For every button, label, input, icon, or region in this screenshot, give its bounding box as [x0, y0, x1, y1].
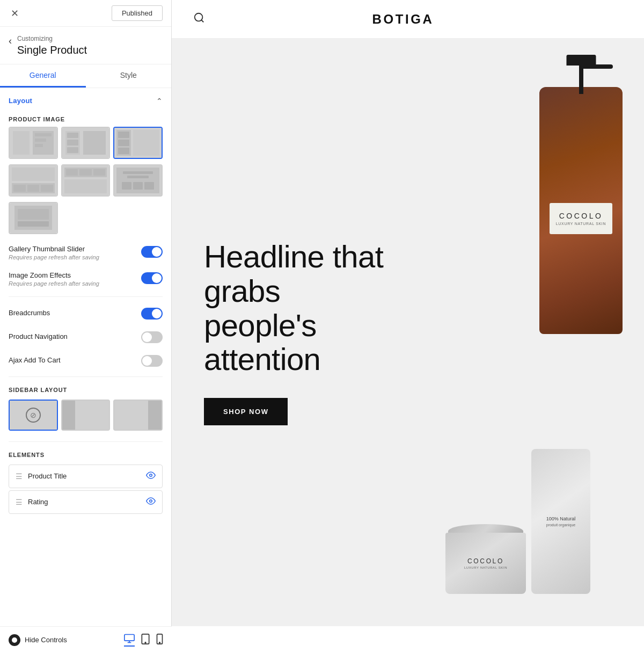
gallery-thumbnail-label: Gallery Thumbnail Slider [9, 245, 137, 253]
site-logo: BOTIGA [372, 12, 434, 27]
jar-wide: COCOLO LUXURY NATURAL SKIN [445, 524, 526, 594]
back-button[interactable]: ‹ [9, 34, 12, 47]
divider-1 [9, 296, 163, 297]
hero-section: Headline that grabs people's attention S… [172, 39, 644, 626]
close-button[interactable]: ✕ [9, 5, 21, 21]
element-item-rating: ☰ Rating [9, 490, 163, 514]
sidebar-option-left[interactable] [61, 400, 111, 431]
visibility-toggle-product-title[interactable] [146, 470, 156, 482]
tab-general[interactable]: General [0, 64, 86, 88]
ajax-cart-label: Ajax Add To Cart [9, 356, 61, 364]
element-name-product-title: Product Title [28, 472, 146, 480]
svg-rect-2 [125, 634, 134, 641]
drag-handle-product-title[interactable]: ☰ [16, 472, 23, 481]
hero-headline: Headline that grabs people's attention [204, 240, 399, 376]
hide-controls-label: Hide Controls [25, 636, 67, 644]
sidebar-option-right[interactable] [113, 400, 163, 431]
jar-sub-label: LUXURY NATURAL SKIN [464, 566, 507, 569]
image-zoom-sublabel: Requires page refresh after saving [9, 280, 137, 287]
image-zoom-label: Image Zoom Effects [9, 271, 137, 279]
visibility-toggle-rating[interactable] [146, 496, 156, 508]
sidebar-layout-label: SIDEBAR LAYOUT [0, 381, 171, 397]
shop-now-button[interactable]: SHOP NOW [204, 398, 288, 425]
image-layout-grid [0, 127, 171, 164]
product-image-label: PRODUCT IMAGE [0, 111, 171, 127]
jar-tall: 100% Natural produit organique [531, 449, 590, 594]
header-bar: ✕ Published [0, 0, 171, 27]
customizing-info: Customizing Single Product [17, 34, 87, 56]
svg-point-1 [150, 500, 152, 503]
gallery-thumbnail-sublabel: Requires page refresh after saving [9, 254, 137, 260]
layout-option-7[interactable] [9, 202, 58, 234]
element-name-rating: Rating [28, 498, 146, 506]
drag-handle-rating[interactable]: ☰ [16, 498, 23, 506]
image-layout-grid-row2 [0, 164, 171, 202]
panel-content: Layout ⌃ PRODUCT IMAGE [0, 88, 171, 653]
ajax-cart-row: Ajax Add To Cart [0, 349, 171, 372]
customizing-header: ‹ Customizing Single Product [0, 27, 171, 64]
divider-3 [9, 441, 163, 442]
image-zoom-toggle[interactable] [141, 272, 163, 284]
element-item-product-title: ☰ Product Title [9, 465, 163, 488]
product-navigation-toggle[interactable] [141, 331, 163, 343]
image-zoom-label-group: Image Zoom Effects Requires page refresh… [9, 271, 137, 287]
image-layout-grid-row3 [0, 202, 171, 240]
svg-point-9 [195, 13, 203, 21]
svg-line-10 [201, 20, 203, 22]
sidebar-option-none[interactable]: ⊘ [9, 400, 58, 431]
mobile-icon[interactable] [156, 634, 163, 647]
bottle-sub-label: LUXURY NATURAL SKIN [554, 222, 608, 226]
product-navigation-row: Product Navigation [0, 325, 171, 349]
bottom-strip [172, 626, 644, 653]
customizing-title: Single Product [17, 44, 87, 56]
layout-option-4[interactable] [9, 164, 58, 197]
layout-label: Layout [9, 97, 32, 105]
ajax-cart-toggle[interactable] [141, 355, 163, 367]
desktop-icon[interactable] [124, 634, 135, 647]
customizing-prefix: Customizing [17, 34, 87, 43]
svg-point-6 [145, 642, 146, 643]
layout-option-6[interactable] [113, 164, 163, 197]
search-icon[interactable] [193, 12, 205, 26]
preview-panel: BOTIGA Headline that grabs people's atte… [172, 0, 644, 653]
breadcrumbs-toggle[interactable] [141, 308, 163, 320]
tablet-icon[interactable] [141, 634, 150, 647]
bottle-brand-label: COCOLO [554, 212, 608, 220]
breadcrumbs-label: Breadcrumbs [9, 309, 50, 317]
layout-option-1[interactable] [9, 127, 58, 159]
customizer-panel: ✕ Published ‹ Customizing Single Product… [0, 0, 172, 653]
product-navigation-label: Product Navigation [9, 332, 68, 340]
chevron-up-icon: ⌃ [156, 97, 163, 105]
site-header: BOTIGA [172, 0, 644, 39]
jar-brand-label: COCOLO [464, 557, 507, 565]
layout-option-2[interactable] [61, 127, 111, 159]
hide-dot-icon [9, 634, 20, 646]
bottom-bar: Hide Controls [0, 626, 172, 653]
sidebar-layout-grid: ⊘ [0, 397, 171, 437]
hide-controls-group: Hide Controls [9, 634, 67, 646]
tab-style[interactable]: Style [86, 64, 172, 88]
jar-tall-brand-label: 100% Natural [546, 516, 576, 523]
image-zoom-toggle-row: Image Zoom Effects Requires page refresh… [0, 266, 171, 292]
elements-label: ELEMENTS [0, 446, 171, 462]
layout-option-3[interactable] [113, 127, 163, 159]
pump-bottle: COCOLO LUXURY NATURAL SKIN [534, 55, 628, 334]
jar-tall-sub-label: produit organique [546, 523, 576, 527]
gallery-thumbnail-toggle-row: Gallery Thumbnail Slider Requires page r… [0, 240, 171, 266]
hero-content: Headline that grabs people's attention S… [172, 207, 431, 458]
hero-products: COCOLO LUXURY NATURAL SKIN COCOLO LUXURY… [398, 39, 644, 626]
layout-option-5[interactable] [61, 164, 111, 197]
svg-point-8 [159, 642, 160, 643]
divider-2 [9, 376, 163, 377]
svg-point-0 [150, 474, 152, 477]
device-icons-group [124, 634, 163, 647]
layout-section-header[interactable]: Layout ⌃ [0, 88, 171, 111]
gallery-thumbnail-toggle[interactable] [141, 246, 163, 258]
tabs-container: General Style [0, 64, 171, 88]
gallery-thumbnail-label-group: Gallery Thumbnail Slider Requires page r… [9, 245, 137, 260]
breadcrumbs-row: Breadcrumbs [0, 301, 171, 325]
published-button[interactable]: Published [112, 5, 163, 21]
